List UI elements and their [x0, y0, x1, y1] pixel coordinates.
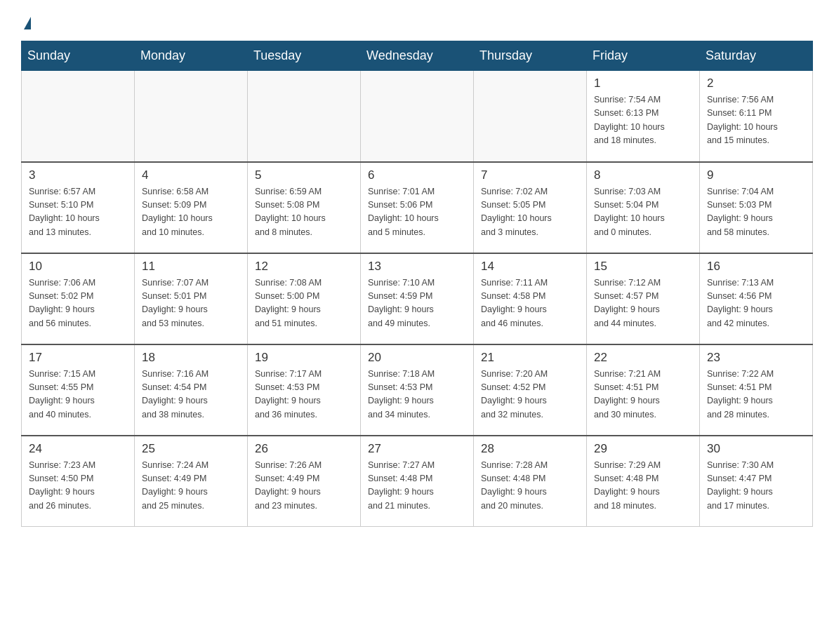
page-header: [21, 14, 813, 29]
logo: [21, 14, 41, 29]
day-number: 8: [594, 168, 692, 182]
day-number: 6: [368, 168, 466, 182]
day-info: Sunrise: 7:15 AMSunset: 4:55 PMDaylight:…: [29, 368, 127, 422]
day-info: Sunrise: 7:30 AMSunset: 4:47 PMDaylight:…: [707, 459, 805, 514]
day-number: 26: [255, 442, 353, 456]
calendar-day-cell: 4Sunrise: 6:58 AMSunset: 5:09 PMDaylight…: [135, 162, 248, 253]
calendar-day-cell: 16Sunrise: 7:13 AMSunset: 4:56 PMDayligh…: [700, 253, 813, 344]
calendar-day-cell: 15Sunrise: 7:12 AMSunset: 4:57 PMDayligh…: [587, 253, 700, 344]
calendar-day-cell: 14Sunrise: 7:11 AMSunset: 4:58 PMDayligh…: [474, 253, 587, 344]
calendar-day-cell: 6Sunrise: 7:01 AMSunset: 5:06 PMDaylight…: [361, 162, 474, 253]
day-number: 30: [707, 442, 805, 456]
calendar-day-cell: 3Sunrise: 6:57 AMSunset: 5:10 PMDaylight…: [22, 162, 135, 253]
day-number: 25: [142, 442, 240, 456]
calendar-day-cell: [22, 71, 135, 162]
calendar-day-cell: 18Sunrise: 7:16 AMSunset: 4:54 PMDayligh…: [135, 344, 248, 436]
calendar-week-row: 3Sunrise: 6:57 AMSunset: 5:10 PMDaylight…: [22, 162, 813, 253]
day-of-week-header: Wednesday: [361, 41, 474, 71]
day-number: 23: [707, 351, 805, 365]
day-number: 16: [707, 260, 805, 274]
day-info: Sunrise: 6:58 AMSunset: 5:09 PMDaylight:…: [142, 185, 240, 240]
day-number: 5: [255, 168, 353, 182]
day-info: Sunrise: 7:03 AMSunset: 5:04 PMDaylight:…: [594, 185, 692, 240]
day-number: 22: [594, 351, 692, 365]
day-number: 2: [707, 76, 805, 90]
day-of-week-header: Thursday: [474, 41, 587, 71]
calendar-day-cell: 20Sunrise: 7:18 AMSunset: 4:53 PMDayligh…: [361, 344, 474, 436]
calendar-week-row: 1Sunrise: 7:54 AMSunset: 6:13 PMDaylight…: [22, 71, 813, 162]
day-info: Sunrise: 7:02 AMSunset: 5:05 PMDaylight:…: [481, 185, 579, 240]
calendar-day-cell: 11Sunrise: 7:07 AMSunset: 5:01 PMDayligh…: [135, 253, 248, 344]
calendar-day-cell: 26Sunrise: 7:26 AMSunset: 4:49 PMDayligh…: [248, 436, 361, 527]
day-info: Sunrise: 7:54 AMSunset: 6:13 PMDaylight:…: [594, 93, 692, 148]
calendar-day-cell: 10Sunrise: 7:06 AMSunset: 5:02 PMDayligh…: [22, 253, 135, 344]
day-number: 1: [594, 76, 692, 90]
day-of-week-header: Friday: [587, 41, 700, 71]
day-info: Sunrise: 7:06 AMSunset: 5:02 PMDaylight:…: [29, 276, 127, 331]
day-info: Sunrise: 7:29 AMSunset: 4:48 PMDaylight:…: [594, 459, 692, 514]
day-number: 20: [368, 351, 466, 365]
calendar-day-cell: 19Sunrise: 7:17 AMSunset: 4:53 PMDayligh…: [248, 344, 361, 436]
calendar-day-cell: 7Sunrise: 7:02 AMSunset: 5:05 PMDaylight…: [474, 162, 587, 253]
calendar-day-cell: 13Sunrise: 7:10 AMSunset: 4:59 PMDayligh…: [361, 253, 474, 344]
day-info: Sunrise: 7:17 AMSunset: 4:53 PMDaylight:…: [255, 368, 353, 422]
day-info: Sunrise: 7:22 AMSunset: 4:51 PMDaylight:…: [707, 368, 805, 422]
day-info: Sunrise: 7:20 AMSunset: 4:52 PMDaylight:…: [481, 368, 579, 422]
calendar-week-row: 10Sunrise: 7:06 AMSunset: 5:02 PMDayligh…: [22, 253, 813, 344]
day-number: 12: [255, 260, 353, 274]
day-info: Sunrise: 7:01 AMSunset: 5:06 PMDaylight:…: [368, 185, 466, 240]
day-info: Sunrise: 7:21 AMSunset: 4:51 PMDaylight:…: [594, 368, 692, 422]
day-info: Sunrise: 7:23 AMSunset: 4:50 PMDaylight:…: [29, 459, 127, 514]
day-info: Sunrise: 7:27 AMSunset: 4:48 PMDaylight:…: [368, 459, 466, 514]
calendar-day-cell: 30Sunrise: 7:30 AMSunset: 4:47 PMDayligh…: [700, 436, 813, 527]
day-number: 10: [29, 260, 127, 274]
calendar-table: SundayMondayTuesdayWednesdayThursdayFrid…: [21, 41, 813, 527]
day-of-week-header: Monday: [135, 41, 248, 71]
day-number: 7: [481, 168, 579, 182]
day-info: Sunrise: 7:07 AMSunset: 5:01 PMDaylight:…: [142, 276, 240, 331]
day-info: Sunrise: 7:10 AMSunset: 4:59 PMDaylight:…: [368, 276, 466, 331]
calendar-header-row: SundayMondayTuesdayWednesdayThursdayFrid…: [22, 41, 813, 71]
day-info: Sunrise: 7:08 AMSunset: 5:00 PMDaylight:…: [255, 276, 353, 331]
day-of-week-header: Tuesday: [248, 41, 361, 71]
day-info: Sunrise: 7:04 AMSunset: 5:03 PMDaylight:…: [707, 185, 805, 240]
day-number: 3: [29, 168, 127, 182]
day-number: 19: [255, 351, 353, 365]
calendar-day-cell: 25Sunrise: 7:24 AMSunset: 4:49 PMDayligh…: [135, 436, 248, 527]
calendar-day-cell: 12Sunrise: 7:08 AMSunset: 5:00 PMDayligh…: [248, 253, 361, 344]
calendar-day-cell: 17Sunrise: 7:15 AMSunset: 4:55 PMDayligh…: [22, 344, 135, 436]
calendar-day-cell: 2Sunrise: 7:56 AMSunset: 6:11 PMDaylight…: [700, 71, 813, 162]
day-info: Sunrise: 7:13 AMSunset: 4:56 PMDaylight:…: [707, 276, 805, 331]
calendar-week-row: 17Sunrise: 7:15 AMSunset: 4:55 PMDayligh…: [22, 344, 813, 436]
calendar-day-cell: 23Sunrise: 7:22 AMSunset: 4:51 PMDayligh…: [700, 344, 813, 436]
calendar-day-cell: 22Sunrise: 7:21 AMSunset: 4:51 PMDayligh…: [587, 344, 700, 436]
calendar-day-cell: 28Sunrise: 7:28 AMSunset: 4:48 PMDayligh…: [474, 436, 587, 527]
day-info: Sunrise: 7:16 AMSunset: 4:54 PMDaylight:…: [142, 368, 240, 422]
calendar-day-cell: 27Sunrise: 7:27 AMSunset: 4:48 PMDayligh…: [361, 436, 474, 527]
day-number: 29: [594, 442, 692, 456]
day-number: 14: [481, 260, 579, 274]
day-info: Sunrise: 6:57 AMSunset: 5:10 PMDaylight:…: [29, 185, 127, 240]
day-number: 9: [707, 168, 805, 182]
calendar-day-cell: 9Sunrise: 7:04 AMSunset: 5:03 PMDaylight…: [700, 162, 813, 253]
calendar-week-row: 24Sunrise: 7:23 AMSunset: 4:50 PMDayligh…: [22, 436, 813, 527]
calendar-day-cell: [361, 71, 474, 162]
day-info: Sunrise: 7:26 AMSunset: 4:49 PMDaylight:…: [255, 459, 353, 514]
day-info: Sunrise: 7:24 AMSunset: 4:49 PMDaylight:…: [142, 459, 240, 514]
calendar-day-cell: [474, 71, 587, 162]
calendar-day-cell: [248, 71, 361, 162]
day-number: 24: [29, 442, 127, 456]
calendar-day-cell: 8Sunrise: 7:03 AMSunset: 5:04 PMDaylight…: [587, 162, 700, 253]
day-info: Sunrise: 7:11 AMSunset: 4:58 PMDaylight:…: [481, 276, 579, 331]
calendar-day-cell: 24Sunrise: 7:23 AMSunset: 4:50 PMDayligh…: [22, 436, 135, 527]
day-of-week-header: Sunday: [22, 41, 135, 71]
day-number: 18: [142, 351, 240, 365]
day-number: 13: [368, 260, 466, 274]
day-number: 27: [368, 442, 466, 456]
calendar-day-cell: 21Sunrise: 7:20 AMSunset: 4:52 PMDayligh…: [474, 344, 587, 436]
day-number: 21: [481, 351, 579, 365]
calendar-day-cell: [135, 71, 248, 162]
day-number: 17: [29, 351, 127, 365]
day-number: 4: [142, 168, 240, 182]
day-number: 15: [594, 260, 692, 274]
